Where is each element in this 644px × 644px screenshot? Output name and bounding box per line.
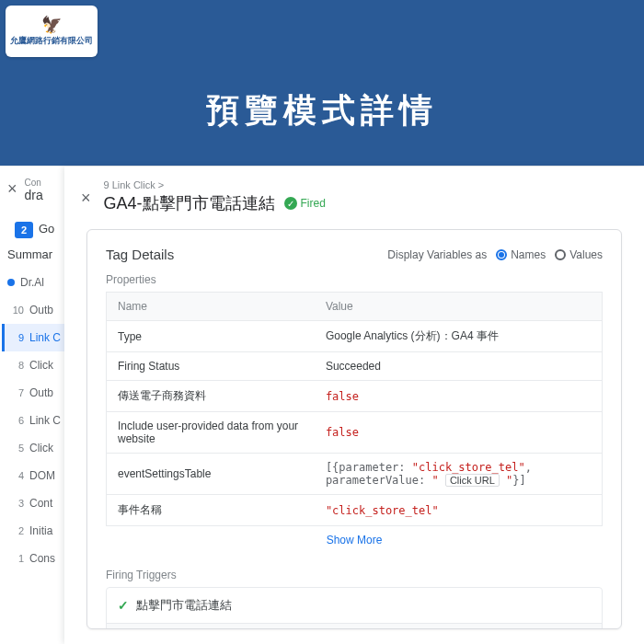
firing-triggers-section: Firing Triggers ✓ 點擊門市電話連結 Filters ✓_eve… xyxy=(106,569,603,629)
radio-values[interactable] xyxy=(555,249,566,260)
table-row: 事件名稱"click_store_tel" xyxy=(107,495,603,526)
bullet-icon xyxy=(7,279,15,286)
timeline-text: Outb xyxy=(29,304,53,316)
back-small-text: Con xyxy=(25,178,43,188)
timeline-text: Link C xyxy=(29,331,61,344)
timeline-num: 10 xyxy=(7,305,24,316)
timeline-text: Initia xyxy=(29,524,52,537)
trigger-row[interactable]: ✓ 點擊門市電話連結 xyxy=(107,588,602,624)
event-timeline: Dr.Al10Outb9Link C8Click7Outb6Link C5Cli… xyxy=(0,269,64,572)
timeline-num: 3 xyxy=(7,498,24,509)
timeline-text: Cont xyxy=(29,497,52,510)
company-logo: 🦅 允鷹網路行銷有限公司 xyxy=(6,6,98,57)
timeline-num: 5 xyxy=(7,443,24,454)
timeline-item[interactable]: 4DOM xyxy=(2,462,64,489)
col-name: Name xyxy=(107,293,315,321)
trigger-name: 點擊門市電話連結 xyxy=(136,597,232,614)
table-row: Firing StatusSucceeded xyxy=(107,352,603,381)
properties-table: Name Value TypeGoogle Analytics (分析)：GA4… xyxy=(106,292,603,526)
container-label: Go xyxy=(39,222,54,236)
timeline-num: 4 xyxy=(7,470,24,481)
fired-status-pill: ✓ Fired xyxy=(284,197,326,210)
prop-value: "click_store_tel" xyxy=(315,495,603,526)
prop-value: false xyxy=(315,381,603,412)
timeline-text: Dr.Al xyxy=(20,276,44,289)
display-as-control: Display Variables as Names Values xyxy=(387,248,603,261)
close-icon[interactable]: × xyxy=(81,189,91,208)
prop-name: Type xyxy=(107,321,315,352)
timeline-item[interactable]: 3Cont xyxy=(2,489,64,517)
prop-name: Firing Status xyxy=(107,352,315,381)
gtm-app: × Con dra 2 Go Summar Dr.Al10Outb9Link C… xyxy=(0,166,644,644)
timeline-num: 8 xyxy=(7,360,24,371)
filters-heading: Filters xyxy=(107,624,602,629)
timeline-text: Link C xyxy=(29,414,61,427)
check-icon: ✓ xyxy=(284,197,297,210)
table-row: eventSettingsTable[{parameter: "click_st… xyxy=(107,454,603,495)
variable-chip[interactable]: Click URL xyxy=(445,474,500,487)
hero-title: 預覽模式詳情 xyxy=(0,88,644,133)
properties-heading: Properties xyxy=(106,273,603,286)
container-id-badge[interactable]: 2 xyxy=(15,222,33,238)
card-title: Tag Details xyxy=(106,247,174,262)
breadcrumb[interactable]: 9 Link Click > xyxy=(104,179,326,190)
timeline-num: 1 xyxy=(7,553,24,564)
triggers-heading: Firing Triggers xyxy=(106,569,603,581)
timeline-item[interactable]: 2Initia xyxy=(2,517,64,545)
prop-value: Google Analytics (分析)：GA4 事件 xyxy=(315,321,603,352)
table-row: TypeGoogle Analytics (分析)：GA4 事件 xyxy=(107,321,603,352)
tag-details-panel: × 9 Link Click > GA4-點擊門市電話連結 ✓ Fired Ta… xyxy=(64,167,644,644)
hero-banner: 🦅 允鷹網路行銷有限公司 預覽模式詳情 xyxy=(0,0,644,166)
prop-value: [{parameter: "click_store_tel", paramete… xyxy=(315,454,603,495)
timeline-num: 6 xyxy=(7,415,24,426)
col-value: Value xyxy=(315,293,603,321)
timeline-item[interactable]: 7Outb xyxy=(2,379,64,407)
timeline-text: DOM xyxy=(29,469,55,482)
prop-name: Include user-provided data from your web… xyxy=(107,412,315,454)
summary-heading: Summar xyxy=(0,238,64,269)
table-row: Include user-provided data from your web… xyxy=(107,412,603,454)
show-more-link[interactable]: Show More xyxy=(106,526,603,554)
check-icon: ✓ xyxy=(118,598,129,613)
trigger-box: ✓ 點擊門市電話連結 Filters ✓_eventequalsgtm.link… xyxy=(106,587,603,629)
timeline-item[interactable]: 1Cons xyxy=(2,545,64,572)
company-name: 允鷹網路行銷有限公司 xyxy=(10,35,93,47)
timeline-num: 7 xyxy=(7,387,24,398)
timeline-text: Cons xyxy=(29,552,55,565)
timeline-item[interactable]: 10Outb xyxy=(2,296,64,324)
details-card: Tag Details Display Variables as Names V… xyxy=(86,229,622,629)
fired-text: Fired xyxy=(301,197,326,210)
table-row: 傳送電子商務資料false xyxy=(107,381,603,412)
prop-value: false xyxy=(315,412,603,454)
radio-names-label[interactable]: Names xyxy=(511,248,546,261)
timeline-item[interactable]: 5Click xyxy=(2,434,64,462)
prop-name: 事件名稱 xyxy=(107,495,315,526)
display-as-label: Display Variables as xyxy=(387,248,487,261)
timeline-item-active[interactable]: 9Link C xyxy=(2,324,64,351)
timeline-item[interactable]: Dr.Al xyxy=(2,269,64,296)
timeline-text: Outb xyxy=(29,386,53,399)
eagle-icon: 🦅 xyxy=(41,17,62,33)
timeline-item[interactable]: 6Link C xyxy=(2,407,64,434)
background-column: × Con dra 2 Go Summar Dr.Al10Outb9Link C… xyxy=(0,167,64,644)
timeline-text: Click xyxy=(29,359,53,372)
back-close-icon[interactable]: × xyxy=(7,179,17,199)
timeline-num: 2 xyxy=(7,525,24,536)
prop-value: Succeeded xyxy=(315,352,603,381)
radio-values-label[interactable]: Values xyxy=(569,248,603,261)
back-title-text: dra xyxy=(25,188,43,202)
prop-name: 傳送電子商務資料 xyxy=(107,381,315,412)
radio-names[interactable] xyxy=(496,249,507,260)
timeline-text: Click xyxy=(29,442,53,454)
tag-name-title: GA4-點擊門市電話連結 xyxy=(104,192,275,214)
timeline-item[interactable]: 8Click xyxy=(2,351,64,379)
timeline-num: 9 xyxy=(7,332,24,343)
properties-tbody: TypeGoogle Analytics (分析)：GA4 事件Firing S… xyxy=(107,321,603,526)
prop-name: eventSettingsTable xyxy=(107,454,315,495)
